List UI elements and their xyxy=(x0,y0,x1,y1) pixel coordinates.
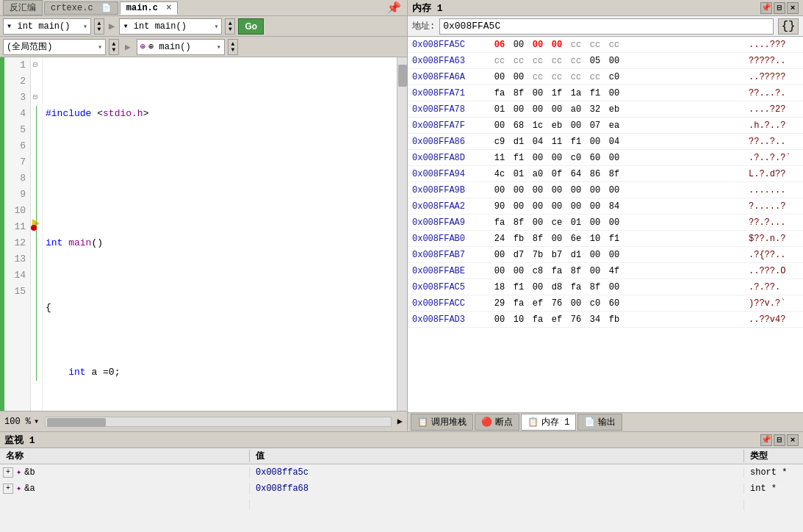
mem-row-7: 0x008FFA8D 11 f1 00 00 c0 60 00 .?..?.?` xyxy=(408,150,803,166)
watch-titlebar-buttons: 📌 ⊟ × xyxy=(760,434,799,446)
block-line xyxy=(36,106,37,381)
watch-cell-name-a: + ✦ &a xyxy=(0,483,250,494)
global-scope-arrow-icon: ▾ xyxy=(98,43,102,51)
pin-icon[interactable]: 📌 xyxy=(384,1,404,15)
mem-row-13: 0x008FFAB7 00 d7 7b b7 d1 00 00 .?{??.. xyxy=(408,247,803,263)
func-stepper[interactable]: ▲ ▼ xyxy=(225,18,235,35)
mem-row-2: 0x008FFA6A 00 00 cc cc cc cc c0 ..????? xyxy=(408,69,803,85)
mem-row-4: 0x008FFA78 01 00 00 00 a0 32 eb ....?2? xyxy=(408,101,803,118)
code-content[interactable]: #include <stdio.h> int main() { int a =0… xyxy=(43,57,397,411)
go-button[interactable]: Go xyxy=(238,18,264,35)
memory-hex-toggle[interactable]: {} xyxy=(778,18,799,35)
func-dropdown[interactable]: ▾ int main() ▾ xyxy=(119,18,222,35)
mem-row-3: 0x008FFA71 fa 8f 00 1f 1a f1 00 ??...?. xyxy=(408,85,803,101)
memory-pin-btn[interactable]: 📌 xyxy=(760,2,772,14)
code-editor[interactable]: 1 2 3 4 5 6 7 8 9 10 11 12 13 14 15 xyxy=(0,57,407,411)
scroll-right-icon[interactable]: ▶ xyxy=(397,416,403,427)
code-pane: 反汇编 crtexe.c 📄 main.c × 📌 ▾ int main() ▾… xyxy=(0,0,408,431)
h-scrollbar[interactable] xyxy=(45,417,392,427)
watch-expand-a[interactable]: + xyxy=(3,484,13,494)
watch-val-a[interactable]: 0x008ffa68 xyxy=(250,484,744,494)
code-line-5: int a =0; xyxy=(46,364,394,381)
func2-arrow-icon: ▾ xyxy=(217,43,221,51)
watch-row-empty[interactable] xyxy=(0,497,803,513)
crtexe-close-icon[interactable]: 📄 xyxy=(101,4,112,12)
tab-output[interactable]: 📄 输出 xyxy=(577,414,622,431)
address-input[interactable] xyxy=(439,18,774,35)
mem-row-1: 0x008FFA63 cc cc cc cc cc 05 00 ?????.. xyxy=(408,53,803,69)
tab-bar: 反汇编 crtexe.c 📄 main.c × 📌 xyxy=(0,0,407,16)
watch-close-btn[interactable]: × xyxy=(787,434,799,446)
callstack-icon: 📋 xyxy=(417,417,428,428)
watch-row-b: + ✦ &b 0x008ffa5c short * xyxy=(0,464,803,481)
watch-row-a: + ✦ &a 0x008ffa68 int * xyxy=(0,481,803,497)
watch-col-name: 名称 xyxy=(0,450,250,462)
mem-row-10: 0x008FFAA2 90 00 00 00 00 00 84 ?.....? xyxy=(408,198,803,215)
memory-titlebar: 内存 1 📌 ⊟ × xyxy=(408,0,803,16)
watch-col-type: 类型 xyxy=(744,450,803,462)
watch-area: 监视 1 📌 ⊟ × 名称 值 类型 + ✦ &b 0x008ffa5c sho… xyxy=(0,432,803,532)
main-close-icon[interactable]: × xyxy=(166,3,171,13)
memory-float-btn[interactable]: ⊟ xyxy=(774,2,785,14)
line-numbers: 1 2 3 4 5 6 7 8 9 10 11 12 13 14 15 xyxy=(4,57,31,411)
scope-stepper[interactable]: ▲ ▼ xyxy=(94,18,104,35)
tab-main[interactable]: main.c × xyxy=(120,1,179,15)
memory-title: 内存 1 xyxy=(412,1,760,15)
mem-row-11: 0x008FFAA9 fa 8f 00 ce 01 00 00 ??.?... xyxy=(408,215,803,231)
memory-close-btn[interactable]: × xyxy=(787,2,799,14)
h-scrollbar-thumb[interactable] xyxy=(47,418,106,427)
watch-col-value: 值 xyxy=(250,450,744,462)
mem-row-5: 0x008FFA7F 00 68 1c eb 00 07 ea .h.?..? xyxy=(408,118,803,134)
func2-stepper[interactable]: ▲ ▼ xyxy=(228,39,238,55)
mem-row-8: 0x008FFA94 4c 01 a0 0f 64 86 8f L.?.d?? xyxy=(408,166,803,182)
output-icon: 📄 xyxy=(584,417,595,428)
code-scrollbar[interactable] xyxy=(397,57,407,411)
tab-breakpoints[interactable]: 🔴 断点 xyxy=(475,414,519,431)
code-bottom-bar: 100 % ▾ ▶ xyxy=(0,411,407,431)
mem-row-0: 0x008FFA5C 06 00 00 00 cc cc cc ....??? xyxy=(408,37,803,53)
tab-crtexe[interactable]: crtexe.c 📄 xyxy=(44,1,118,15)
watch-type-b: short * xyxy=(744,467,803,478)
memory-icon: 📋 xyxy=(527,417,539,428)
mem-row-16: 0x008FFACC 29 fa ef 76 00 c0 60 )??v.?` xyxy=(408,295,803,312)
watch-pointer-a: ✦ xyxy=(16,483,21,494)
watch-expand-b[interactable]: + xyxy=(3,467,13,478)
zoom-dropdown-icon[interactable]: ▾ xyxy=(34,416,39,427)
watch-type-a: int * xyxy=(744,484,803,494)
breakpoint-indicator xyxy=(31,225,37,231)
memory-tabs-bar: 📋 调用堆栈 🔴 断点 📋 内存 1 📄 输出 xyxy=(408,412,803,431)
scope-dropdown[interactable]: ▾ int main() ▾ xyxy=(3,18,91,35)
code-toolbar-row2: (全局范围) ▾ ▲ ▼ ▶ ⊕ ⊕ main() ▾ ▲ ▼ xyxy=(0,37,407,57)
tab-disassembly[interactable]: 反汇编 xyxy=(3,0,43,15)
zoom-level: 100 % xyxy=(4,417,31,427)
watch-float-btn[interactable]: ⊟ xyxy=(774,434,785,446)
breakpoints-icon: 🔴 xyxy=(481,417,492,428)
code-gutter: ⊟ ⊟ xyxy=(31,57,43,411)
mem-row-14: 0x008FFABE 00 00 c8 fa 8f 00 4f ..???.O xyxy=(408,263,803,279)
watch-title: 监视 1 xyxy=(4,434,35,447)
tab-memory1[interactable]: 📋 内存 1 xyxy=(521,414,576,431)
code-line-2 xyxy=(46,170,394,187)
watch-val-b[interactable]: 0x008ffa5c xyxy=(250,467,744,478)
code-line-1: #include <stdio.h> xyxy=(46,106,394,122)
mem-row-9: 0x008FFA9B 00 00 00 00 00 00 00 ....... xyxy=(408,182,803,198)
watch-pin-btn[interactable]: 📌 xyxy=(760,434,772,446)
scope-arrow-icon: ▾ xyxy=(83,22,87,31)
mem-row-6: 0x008FFA86 c9 d1 04 11 f1 00 04 ??..?.. xyxy=(408,134,803,150)
global-scope-dropdown[interactable]: (全局范围) ▾ xyxy=(3,39,106,55)
address-label: 地址: xyxy=(412,20,435,32)
memory-pane: 内存 1 📌 ⊟ × 地址: {} 0x008FFA5C 06 00 00 xyxy=(408,0,803,431)
watch-cell-name-b: + ✦ &b xyxy=(0,467,250,478)
mem-row-15: 0x008FFAC5 18 f1 00 d8 fa 8f 00 .?.??. xyxy=(408,279,803,295)
global-scope-stepper[interactable]: ▲ ▼ xyxy=(109,39,119,55)
memory-addr-bar: 地址: {} xyxy=(408,16,803,37)
scrollbar-thumb[interactable] xyxy=(398,65,407,87)
code-line-3: int main() xyxy=(46,235,394,251)
watch-pointer-b: ✦ xyxy=(16,467,21,478)
func-arrow-icon: ▾ xyxy=(214,22,218,31)
code-line-4: { xyxy=(46,300,394,316)
tab-callstack[interactable]: 📋 调用堆栈 xyxy=(411,414,473,431)
mem-row-12: 0x008FFAB0 24 fb 8f 00 6e 10 f1 $??.n.? xyxy=(408,231,803,247)
watch-header: 名称 值 类型 xyxy=(0,448,803,464)
func2-dropdown[interactable]: ⊕ ⊕ main() ▾ xyxy=(137,39,225,55)
